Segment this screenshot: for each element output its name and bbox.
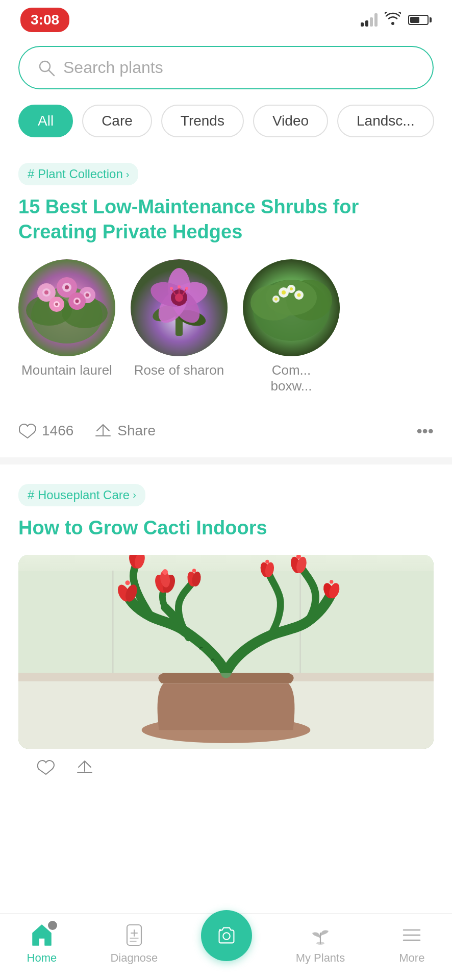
share-button[interactable]: Share (94, 422, 156, 440)
home-icon (29, 922, 55, 948)
article2-actions (18, 749, 434, 786)
article1-actions: 1466 Share ••• (0, 409, 452, 453)
article2-image[interactable] (18, 555, 434, 749)
diagnose-icon (121, 922, 147, 948)
article2-title[interactable]: How to Grow Cacti Indoors (18, 516, 434, 541)
svg-point-88 (316, 942, 324, 945)
signal-icon (361, 13, 378, 27)
nav-label-myplants: My Plants (296, 951, 345, 965)
svg-point-46 (297, 293, 301, 297)
plant-image-2 (131, 259, 228, 356)
nav-label-more: More (399, 951, 424, 965)
filter-tab-landscape[interactable]: Landsc... (337, 105, 434, 137)
article2-like-button[interactable] (37, 758, 55, 776)
plant-item-2[interactable]: Rose of sharon (131, 259, 228, 394)
article2-hashtag[interactable]: # Houseplant Care › (18, 484, 145, 506)
camera-button[interactable] (201, 910, 252, 961)
search-container: Search plants (0, 36, 452, 100)
bottom-nav: Home Diagnose (0, 913, 452, 980)
plant-image-3 (243, 259, 340, 356)
article-card-1: # Plant Collection › 15 Best Low-Mainten… (0, 148, 452, 409)
status-icons (361, 12, 432, 28)
svg-point-72 (330, 580, 333, 583)
more-icon (398, 922, 425, 948)
search-bar[interactable]: Search plants (18, 46, 434, 89)
filter-tab-video[interactable]: Video (253, 105, 328, 137)
plant-item-1[interactable]: Mountain laurel (18, 259, 115, 394)
svg-point-31 (175, 293, 183, 302)
filter-tabs: All Care Trends Video Landsc... (0, 100, 452, 148)
nav-label-diagnose: Diagnose (110, 951, 158, 965)
nav-label-home: Home (27, 951, 57, 965)
svg-point-20 (76, 299, 79, 303)
filter-tab-trends[interactable]: Trends (161, 105, 244, 137)
battery-icon (408, 15, 432, 25)
svg-point-17 (55, 303, 58, 306)
status-bar: 3:08 (0, 0, 452, 36)
svg-point-78 (265, 560, 269, 564)
article1-title[interactable]: 15 Best Low-Maintenance Shrubs for Creat… (18, 194, 434, 245)
svg-point-37 (170, 287, 173, 290)
svg-point-14 (86, 293, 89, 297)
home-dot (48, 921, 57, 930)
wifi-icon (385, 12, 401, 28)
article2-share-button[interactable] (76, 758, 94, 776)
svg-point-48 (290, 287, 293, 290)
filter-tab-care[interactable]: Care (82, 105, 152, 137)
plant-name-2: Rose of sharon (134, 362, 224, 378)
plant-name-3: Com...boxw... (271, 362, 312, 394)
filter-tab-all[interactable]: All (18, 105, 73, 137)
nav-item-diagnose[interactable]: Diagnose (100, 922, 168, 965)
svg-point-8 (44, 290, 48, 295)
nav-item-myplants[interactable]: My Plants (286, 922, 356, 965)
svg-point-50 (274, 298, 278, 301)
svg-point-85 (223, 933, 230, 939)
svg-point-69 (125, 580, 130, 585)
svg-point-36 (185, 287, 188, 290)
svg-point-11 (65, 285, 69, 289)
svg-line-87 (220, 929, 221, 930)
plant-image-1 (18, 259, 115, 356)
plants-row: Mountain laurel (18, 259, 434, 399)
nav-item-more[interactable]: More (388, 922, 435, 965)
search-icon (38, 59, 55, 77)
nav-item-home[interactable]: Home (17, 922, 67, 965)
plant-name-1: Mountain laurel (21, 362, 112, 378)
svg-rect-79 (18, 673, 434, 749)
svg-point-60 (162, 569, 168, 575)
more-options-button[interactable]: ••• (416, 422, 434, 440)
svg-point-44 (282, 290, 286, 295)
status-time: 3:08 (20, 8, 69, 32)
article1-hashtag[interactable]: # Plant Collection › (18, 163, 138, 185)
myplants-icon (307, 922, 334, 948)
svg-rect-53 (112, 571, 114, 674)
section-divider (0, 457, 452, 464)
svg-point-35 (178, 285, 181, 288)
svg-point-75 (192, 569, 196, 572)
svg-rect-52 (18, 571, 434, 674)
plant-item-3[interactable]: Com...boxw... (243, 259, 340, 394)
svg-line-1 (49, 70, 55, 76)
article-card-2: # Houseplant Care › How to Grow Cacti In… (0, 469, 452, 786)
search-placeholder-text: Search plants (63, 58, 163, 77)
like-count: 1466 (42, 423, 73, 439)
share-label: Share (117, 423, 156, 439)
like-button[interactable]: 1466 (18, 422, 73, 440)
